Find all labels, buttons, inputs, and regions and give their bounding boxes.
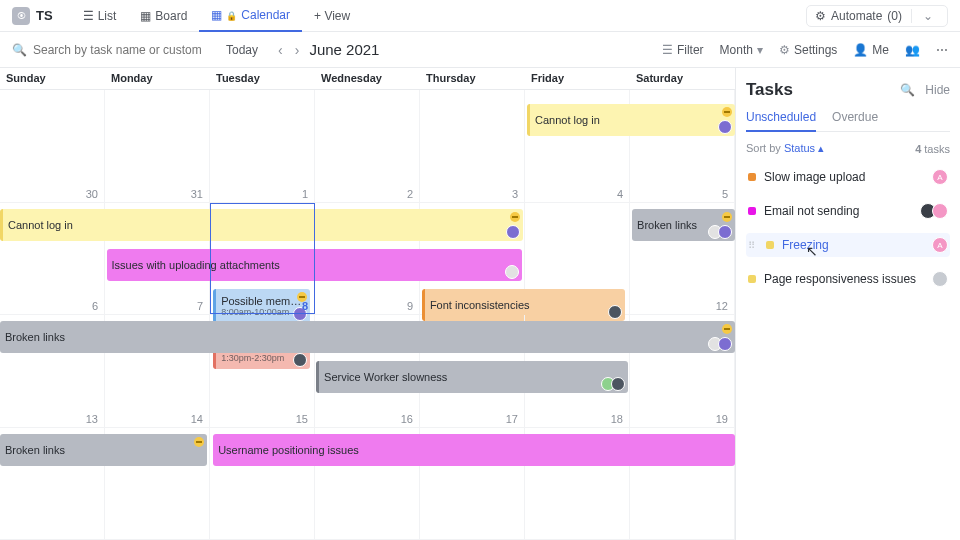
more-icon[interactable]: ⋯ <box>936 43 948 57</box>
search-box[interactable]: 🔍 <box>12 43 212 57</box>
calendar-grid: Sunday Monday Tuesday Wednesday Thursday… <box>0 68 736 540</box>
me-button[interactable]: 👤Me <box>853 43 889 57</box>
avatar-icon <box>718 120 732 134</box>
period-dropdown[interactable]: Month▾ <box>720 43 763 57</box>
day-cell[interactable]: 8 <box>210 203 315 315</box>
event-broken-links[interactable]: Broken links <box>0 434 207 466</box>
avatar-icon: A <box>932 169 948 185</box>
avatar-icon <box>611 377 625 391</box>
task-item-page-responsiveness[interactable]: Page responsiveness issues <box>746 267 950 291</box>
view-tab-list[interactable]: ☰List <box>71 0 129 32</box>
search-icon: 🔍 <box>12 43 27 57</box>
add-view-button[interactable]: + View <box>302 0 362 32</box>
tasks-side-panel: Tasks 🔍 Hide Unscheduled Overdue Sort by… <box>736 68 960 540</box>
event-username-positioning[interactable]: Username positioning issues <box>213 434 735 466</box>
status-dot <box>766 241 774 249</box>
avatar-icon <box>718 337 732 351</box>
status-dot <box>748 173 756 181</box>
day-cell[interactable]: 31 <box>105 90 210 202</box>
prev-month-button[interactable]: ‹ <box>278 42 283 58</box>
day-cell[interactable]: 3 <box>420 90 525 202</box>
status-icon <box>722 107 732 117</box>
task-item-slow-image-upload[interactable]: Slow image upload A <box>746 165 950 189</box>
chevron-down-icon[interactable]: ⌄ <box>917 9 939 23</box>
drag-handle-icon[interactable]: ⠿ <box>748 240 756 251</box>
view-label: Calendar <box>241 8 290 22</box>
space-name[interactable]: TS <box>36 8 53 23</box>
avatar-icon <box>718 225 732 239</box>
day-cell[interactable]: 1 <box>210 90 315 202</box>
event-broken-links[interactable]: Broken links <box>632 209 735 241</box>
dow-cell: Thursday <box>420 68 525 89</box>
status-icon <box>722 324 732 334</box>
dow-cell: Sunday <box>0 68 105 89</box>
task-count: 4 tasks <box>915 143 950 155</box>
event-cannot-log-in[interactable]: Cannot log in <box>527 104 735 136</box>
task-item-email-not-sending[interactable]: Email not sending <box>746 199 950 223</box>
view-tab-board[interactable]: ▦Board <box>128 0 199 32</box>
dow-cell: Wednesday <box>315 68 420 89</box>
automate-label: Automate <box>831 9 882 23</box>
event-service-worker[interactable]: Service Worker slowness <box>316 361 628 393</box>
status-icon <box>194 437 204 447</box>
today-button[interactable]: Today <box>216 39 268 61</box>
avatar-icon <box>932 271 948 287</box>
person-icon: 👤 <box>853 43 868 57</box>
view-label: Board <box>155 9 187 23</box>
tab-unscheduled[interactable]: Unscheduled <box>746 110 816 132</box>
status-dot <box>748 275 756 283</box>
settings-button[interactable]: ⚙Settings <box>779 43 837 57</box>
task-list: Slow image upload A Email not sending ⠿ … <box>746 165 950 291</box>
status-icon <box>510 212 520 222</box>
status-dot <box>748 207 756 215</box>
board-icon: ▦ <box>140 9 151 23</box>
add-view-label: + View <box>314 9 350 23</box>
gear-icon: ⚙ <box>779 43 790 57</box>
space-icon[interactable]: ⦿ <box>12 7 30 25</box>
lock-icon <box>226 8 237 22</box>
dow-cell: Saturday <box>630 68 735 89</box>
calendar-icon: ▦ <box>211 8 222 22</box>
day-cell[interactable]: 30 <box>0 90 105 202</box>
month-title: June 2021 <box>309 41 379 58</box>
filter-button[interactable]: ☰Filter <box>662 43 704 57</box>
avatar-icon <box>506 225 520 239</box>
next-month-button[interactable]: › <box>295 42 300 58</box>
filter-icon: ☰ <box>662 43 673 57</box>
list-icon: ☰ <box>83 9 94 23</box>
view-tab-calendar[interactable]: ▦Calendar <box>199 0 302 32</box>
event-broken-links[interactable]: Broken links <box>0 321 735 353</box>
search-icon[interactable]: 🔍 <box>900 83 915 97</box>
dow-cell: Monday <box>105 68 210 89</box>
avatar-icon: A <box>932 237 948 253</box>
chevron-down-icon: ▾ <box>757 43 763 57</box>
avatar-icon <box>932 203 948 219</box>
search-input[interactable] <box>33 43 203 57</box>
side-panel-title: Tasks <box>746 80 793 100</box>
automate-button[interactable]: ⚙ Automate (0) ⌄ <box>806 5 948 27</box>
hide-button[interactable]: Hide <box>925 83 950 97</box>
sort-dropdown[interactable]: Status ▴ <box>784 142 824 154</box>
task-item-freezing[interactable]: ⠿ Freezing A ↖ <box>746 233 950 257</box>
view-label: List <box>98 9 117 23</box>
avatar-icon <box>505 265 519 279</box>
status-icon <box>722 212 732 222</box>
people-icon[interactable]: 👥 <box>905 43 920 57</box>
dow-cell: Friday <box>525 68 630 89</box>
automate-icon: ⚙ <box>815 9 826 23</box>
tab-overdue[interactable]: Overdue <box>832 110 878 131</box>
dow-cell: Tuesday <box>210 68 315 89</box>
day-cell[interactable]: 2 <box>315 90 420 202</box>
automate-count: (0) <box>887 9 902 23</box>
